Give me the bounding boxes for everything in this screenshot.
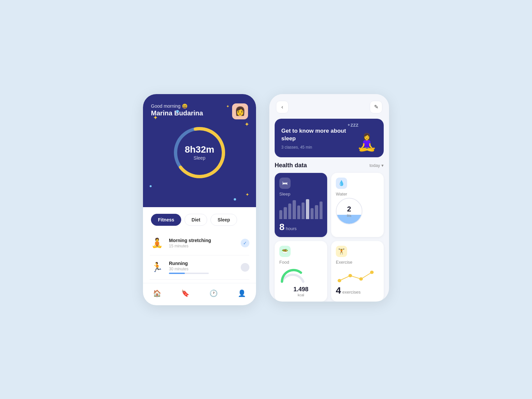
dot-2 — [150, 185, 152, 187]
tab-sleep[interactable]: Sleep — [210, 214, 237, 226]
sleep-card-label: Sleep — [279, 192, 323, 197]
activity-title-2: Running — [169, 261, 236, 266]
sleep-card: 🛏 Sleep — [275, 173, 327, 237]
sleep-banner-illustration: zzz 🧘‍♀️ — [347, 125, 377, 152]
sleep-value-row: 8 hours — [279, 222, 323, 232]
phone1-header: Good morning 😄 Marina Budarina 👩 ✦ ✦ ✦ ✦ — [143, 94, 256, 207]
water-card-label: Water — [336, 192, 379, 197]
food-card: 🥗 Food 1.498 kcal — [275, 241, 327, 302]
sleep-banner-title: Get to know more about sleep — [281, 127, 347, 142]
bar-2 — [284, 207, 287, 219]
sleep-banner-subtitle: 3 classes, 45 min — [281, 145, 347, 150]
exercise-value: 4 — [336, 285, 341, 296]
sleep-banner[interactable]: Get to know more about sleep 3 classes, … — [275, 119, 384, 157]
star-icon-2: ✦ — [226, 104, 229, 109]
zzz-text: zzz — [350, 122, 358, 128]
exercise-unit: exercises — [342, 290, 361, 295]
tabs-row: Fitness Diet Sleep — [143, 207, 256, 229]
exercise-chart-svg — [336, 267, 379, 284]
sleep-value: 8 — [279, 222, 285, 232]
water-circle: 2 lits — [336, 198, 362, 224]
phone2-inner: ‹ ✎ Get to know more about sleep 3 class… — [269, 94, 389, 302]
avatar: 👩 — [232, 103, 248, 119]
phones-container: Good morning 😄 Marina Budarina 👩 ✦ ✦ ✦ ✦ — [143, 74, 389, 325]
bar-9 — [315, 205, 318, 219]
activity-sub-1: 15 minutes — [169, 244, 236, 248]
bottom-nav: 🏠 🔖 🕐 👤 — [143, 283, 256, 305]
period-label: today — [369, 163, 380, 168]
nav-home-icon[interactable]: 🏠 — [152, 288, 163, 299]
sleep-card-icon: 🛏 — [279, 178, 291, 189]
health-header: Health data today ▾ — [275, 162, 384, 169]
tab-fitness[interactable]: Fitness — [151, 214, 181, 226]
food-gauge-svg — [279, 267, 306, 283]
water-center: 2 lits — [347, 205, 351, 217]
exercise-card-icon: 🏋️ — [336, 246, 347, 257]
nav-bookmark-icon[interactable]: 🔖 — [180, 288, 191, 299]
exercise-card-label: Exercise — [336, 260, 379, 265]
water-value: 2 — [347, 205, 351, 213]
dot-3 — [234, 198, 236, 200]
dot-1 — [176, 110, 179, 113]
bar-7 — [306, 199, 309, 219]
exercise-chart — [336, 267, 379, 284]
bar-8 — [311, 208, 314, 219]
bar-10 — [320, 201, 323, 219]
activity-info-2: Running 30 minutes — [169, 261, 236, 274]
svg-point-5 — [370, 271, 374, 274]
period-selector[interactable]: today ▾ — [369, 163, 384, 168]
activity-title-1: Morning stretching — [169, 238, 236, 243]
water-unit: lits — [347, 213, 351, 217]
food-card-icon: 🥗 — [279, 246, 291, 257]
sleep-banner-text: Get to know more about sleep 3 classes, … — [281, 127, 347, 149]
bar-1 — [279, 210, 282, 219]
activity-sub-2: 30 minutes — [169, 267, 236, 271]
back-button[interactable]: ‹ — [276, 101, 289, 113]
greeting-row: Good morning 😄 Marina Budarina 👩 — [151, 103, 248, 119]
activity-info-1: Morning stretching 15 minutes — [169, 238, 236, 248]
lady-figure: 🧘‍♀️ — [356, 133, 377, 152]
health-section: Health data today ▾ 🛏 Sleep — [269, 162, 389, 302]
bar-5 — [297, 205, 300, 219]
list-item: 🧘 Morning stretching 15 minutes ✓ — [150, 231, 249, 255]
sleep-center-label: 8h32m Sleep — [185, 144, 214, 161]
progress-bar-wrap — [169, 273, 209, 274]
exercise-value-row: 4 exercises — [336, 285, 379, 296]
water-card-icon: 💧 — [336, 178, 347, 189]
tab-diet[interactable]: Diet — [185, 214, 207, 226]
running-icon: 🏃 — [150, 260, 164, 275]
svg-point-3 — [348, 274, 352, 277]
health-title: Health data — [275, 162, 307, 169]
food-kcal-unit: kcal — [279, 293, 323, 297]
phone2-topbar: ‹ ✎ — [269, 94, 389, 116]
banner-stars: ✦ — [347, 123, 350, 127]
bar-3 — [288, 203, 291, 219]
bar-6 — [302, 202, 305, 219]
exercise-card: 🏋️ Exercise — [331, 241, 384, 302]
health-grid: 🛏 Sleep — [275, 173, 384, 302]
stretching-icon: 🧘 — [150, 236, 164, 250]
progress-bar-fill — [169, 273, 185, 274]
svg-point-4 — [359, 277, 363, 281]
activity-list: 🧘 Morning stretching 15 minutes ✓ 🏃 Runn… — [143, 229, 256, 283]
food-card-label: Food — [279, 260, 323, 265]
circle-icon — [241, 263, 249, 272]
sleep-word: Sleep — [194, 155, 205, 161]
food-gauge-area — [279, 267, 323, 285]
greeting-text: Good morning 😄 — [151, 103, 203, 109]
list-item: 🏃 Running 30 minutes — [150, 255, 249, 280]
phone1: Good morning 😄 Marina Budarina 👩 ✦ ✦ ✦ ✦ — [143, 94, 256, 305]
food-kcal-value: 1.498 — [279, 286, 323, 293]
nav-clock-icon[interactable]: 🕐 — [208, 288, 219, 299]
star-icon-3: ✦ — [245, 192, 249, 197]
water-card: 💧 Water 2 lits — [331, 173, 384, 237]
bar-4 — [293, 200, 296, 219]
svg-point-2 — [337, 279, 341, 282]
chevron-down-icon: ▾ — [381, 163, 384, 168]
sleep-bar-chart — [279, 199, 323, 219]
phone2: ‹ ✎ Get to know more about sleep 3 class… — [269, 94, 389, 302]
nav-person-icon[interactable]: 👤 — [237, 288, 247, 299]
check-icon: ✓ — [241, 239, 249, 247]
star-icon-1: ✦ — [153, 114, 158, 121]
edit-button[interactable]: ✎ — [370, 101, 382, 113]
